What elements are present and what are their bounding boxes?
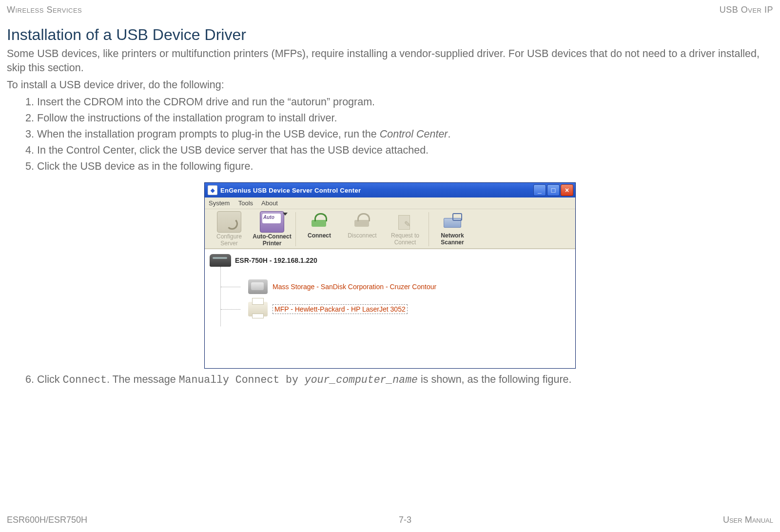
app-icon: ◆	[208, 185, 217, 195]
window-title: EnGenius USB Device Server Control Cente…	[220, 187, 533, 194]
toolbar-separator	[295, 212, 296, 246]
intro-paragraph-1: Some USB devices, like printers or multi…	[7, 47, 773, 75]
auto-connect-printer-button[interactable]: Auto-Connect Printer	[251, 211, 293, 247]
printer-icon	[248, 302, 268, 316]
maximize-button[interactable]: □	[547, 184, 560, 196]
toolbar: Configure Server Auto-Connect Printer Co…	[205, 209, 575, 249]
steps-list-continued: Click Connect. The message Manually Conn…	[7, 373, 773, 387]
header-left: Wireless Services	[7, 5, 82, 15]
menu-tools[interactable]: Tools	[238, 199, 253, 207]
footer-center: 7-3	[399, 515, 411, 525]
request-icon	[393, 211, 417, 232]
step-6: Click Connect. The message Manually Conn…	[37, 373, 773, 387]
page-title: Installation of a USB Device Driver	[7, 26, 773, 44]
mfp-label: MFP - Hewlett-Packard - HP LaserJet 3052	[273, 304, 408, 314]
disconnect-icon	[351, 211, 374, 232]
connect-button[interactable]: Connect	[298, 211, 341, 246]
control-center-window: ◆ EnGenius USB Device Server Control Cen…	[204, 182, 576, 369]
network-scanner-button[interactable]: Network Scanner	[431, 211, 474, 246]
scanner-icon	[441, 211, 464, 232]
footer-right: User Manual	[723, 515, 773, 525]
steps-list: Insert the CDROM into the CDROM drive an…	[7, 95, 773, 174]
tree-item-mfp[interactable]: MFP - Hewlett-Packard - HP LaserJet 3052	[221, 302, 570, 316]
router-icon	[210, 254, 231, 267]
window-titlebar: ◆ EnGenius USB Device Server Control Cen…	[205, 183, 575, 197]
manual-page: Wireless Services USB Over IP Installati…	[0, 0, 780, 387]
header-right: USB Over IP	[720, 5, 773, 15]
storage-icon	[248, 279, 268, 294]
footer-left: ESR600H/ESR750H	[7, 515, 87, 525]
menubar: System Tools About	[205, 197, 575, 209]
intro-paragraph-2: To install a USB device driver, do the f…	[7, 78, 773, 92]
server-label: ESR-750H - 192.168.1.220	[235, 256, 317, 264]
minimize-button[interactable]: _	[533, 184, 546, 196]
connect-icon	[308, 211, 331, 232]
tree-root-server[interactable]: ESR-750H - 192.168.1.220	[210, 254, 570, 267]
menu-about[interactable]: About	[261, 199, 278, 207]
toolbar-separator-2	[429, 212, 429, 246]
step-1: Insert the CDROM into the CDROM drive an…	[37, 95, 773, 109]
step-5: Click the USB device as in the following…	[37, 159, 773, 174]
step-4: In the Control Center, click the USB dev…	[37, 143, 773, 158]
figure-container: ◆ EnGenius USB Device Server Control Cen…	[7, 182, 773, 369]
disconnect-button: Disconnect	[341, 211, 384, 246]
tree-item-mass-storage[interactable]: Mass Storage - SanDisk Corporation - Cru…	[221, 279, 570, 294]
configure-server-button: Configure Server	[208, 211, 251, 247]
close-button[interactable]: ×	[561, 184, 573, 196]
menu-system[interactable]: System	[209, 199, 230, 207]
tree-children: Mass Storage - SanDisk Corporation - Cru…	[220, 267, 570, 326]
auto-connect-icon	[260, 211, 284, 233]
running-header: Wireless Services USB Over IP	[7, 5, 773, 15]
request-to-connect-button: Request to Connect	[384, 211, 427, 246]
configure-icon	[217, 211, 241, 233]
step-3: When the installation program prompts to…	[37, 127, 773, 141]
step-2: Follow the instructions of the installat…	[37, 111, 773, 125]
mass-storage-label: Mass Storage - SanDisk Corporation - Cru…	[273, 283, 436, 291]
device-tree: ESR-750H - 192.168.1.220 Mass Storage - …	[205, 249, 575, 368]
window-buttons: _ □ ×	[533, 184, 573, 196]
running-footer: ESR600H/ESR750H 7-3 User Manual	[7, 515, 773, 525]
